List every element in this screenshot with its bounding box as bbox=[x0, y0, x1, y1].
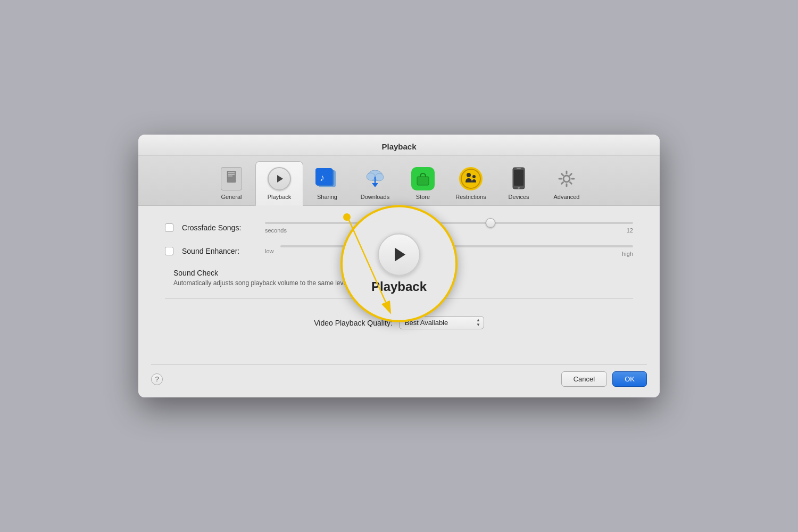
seconds-label: seconds bbox=[265, 227, 287, 234]
svg-line-27 bbox=[562, 174, 563, 176]
store-icon bbox=[410, 166, 436, 192]
tab-general-label: General bbox=[221, 194, 242, 200]
toolbar: General Playback bbox=[138, 156, 660, 206]
svg-line-29 bbox=[570, 174, 572, 176]
tab-general[interactable]: General bbox=[207, 162, 255, 205]
sound-check-row: Sound Check Automatically adjusts song p… bbox=[165, 269, 633, 287]
video-quality-select[interactable]: Best Available ▲ ▼ bbox=[399, 316, 484, 329]
tab-sharing[interactable]: ♪ Sharing bbox=[303, 162, 351, 205]
sound-check-description: Automatically adjusts song playback volu… bbox=[173, 279, 350, 287]
bottom-bar: ? Cancel OK bbox=[138, 365, 660, 397]
svg-rect-1 bbox=[228, 172, 235, 173]
help-button[interactable]: ? bbox=[151, 373, 163, 385]
svg-rect-3 bbox=[228, 176, 232, 177]
crossfade-slider-container: seconds 12 bbox=[265, 222, 633, 234]
crossfade-value: 12 bbox=[627, 227, 633, 234]
video-quality-row: Video Playback Quality: Best Available ▲… bbox=[165, 307, 633, 338]
chevron-updown-icon: ▲ ▼ bbox=[476, 318, 480, 327]
tab-playback-label: Playback bbox=[268, 194, 292, 200]
action-buttons: Cancel OK bbox=[561, 371, 647, 387]
playback-icon bbox=[267, 166, 292, 192]
content-area: Crossfade Songs: seconds 12 Sound Enhanc… bbox=[138, 206, 660, 364]
crossfade-slider-thumb[interactable] bbox=[486, 218, 495, 228]
sound-enhancer-high: high bbox=[622, 251, 633, 257]
dialog-title: Playback bbox=[138, 142, 660, 151]
sound-enhancer-slider-container: low high bbox=[265, 245, 633, 257]
sound-enhancer-thumb[interactable] bbox=[386, 242, 397, 251]
svg-point-17 bbox=[472, 175, 476, 178]
svg-rect-21 bbox=[517, 168, 521, 169]
divider-1 bbox=[165, 298, 633, 299]
advanced-icon bbox=[554, 166, 579, 192]
ok-button[interactable]: OK bbox=[612, 371, 647, 387]
sound-enhancer-label: Sound Enhancer: bbox=[182, 247, 256, 255]
tab-playback[interactable]: Playback bbox=[255, 161, 303, 206]
svg-line-28 bbox=[570, 182, 572, 184]
tab-restrictions-label: Restrictions bbox=[455, 194, 486, 200]
general-icon bbox=[219, 166, 244, 192]
svg-rect-2 bbox=[228, 174, 235, 175]
tab-downloads-label: Downloads bbox=[361, 194, 389, 200]
svg-marker-13 bbox=[372, 183, 378, 187]
tab-advanced-label: Advanced bbox=[554, 194, 580, 200]
svg-text:♪: ♪ bbox=[320, 172, 325, 183]
svg-point-22 bbox=[563, 176, 570, 182]
tab-store[interactable]: Store bbox=[399, 162, 447, 205]
sound-check-label: Sound Check bbox=[173, 269, 350, 277]
video-quality-value: Best Available bbox=[405, 319, 448, 327]
svg-point-11 bbox=[375, 173, 384, 181]
tab-advanced[interactable]: Advanced bbox=[543, 162, 591, 205]
tab-devices-label: Devices bbox=[508, 194, 529, 200]
svg-line-30 bbox=[562, 182, 563, 184]
crossfade-row: Crossfade Songs: seconds 12 bbox=[165, 222, 633, 234]
crossfade-label: Crossfade Songs: bbox=[182, 223, 256, 232]
svg-point-20 bbox=[518, 187, 520, 189]
help-icon: ? bbox=[155, 375, 159, 383]
sound-enhancer-track[interactable] bbox=[280, 245, 633, 247]
downloads-icon bbox=[362, 166, 388, 192]
tab-downloads[interactable]: Downloads bbox=[351, 162, 399, 205]
restrictions-icon bbox=[458, 166, 484, 192]
tab-store-label: Store bbox=[416, 194, 430, 200]
title-bar: Playback bbox=[138, 135, 660, 156]
sharing-icon: ♪ bbox=[314, 166, 340, 192]
preferences-dialog: Playback General bbox=[138, 135, 660, 397]
tab-restrictions[interactable]: Restrictions bbox=[447, 162, 495, 205]
svg-rect-19 bbox=[514, 170, 523, 186]
devices-icon bbox=[506, 166, 531, 192]
tab-devices[interactable]: Devices bbox=[495, 162, 543, 205]
sound-enhancer-checkbox[interactable] bbox=[165, 247, 173, 255]
sound-check-desc: Sound Check Automatically adjusts song p… bbox=[173, 269, 350, 287]
video-quality-label: Video Playback Quality: bbox=[314, 319, 393, 327]
crossfade-slider-track[interactable] bbox=[265, 222, 633, 224]
cancel-button[interactable]: Cancel bbox=[561, 371, 607, 387]
svg-marker-4 bbox=[277, 175, 283, 182]
sound-enhancer-row: Sound Enhancer: low high bbox=[165, 245, 633, 257]
sound-enhancer-low: low bbox=[265, 248, 274, 254]
tab-sharing-label: Sharing bbox=[317, 194, 337, 200]
svg-point-10 bbox=[367, 173, 375, 180]
svg-rect-14 bbox=[417, 177, 429, 185]
svg-point-16 bbox=[467, 173, 471, 177]
crossfade-checkbox[interactable] bbox=[165, 223, 173, 232]
